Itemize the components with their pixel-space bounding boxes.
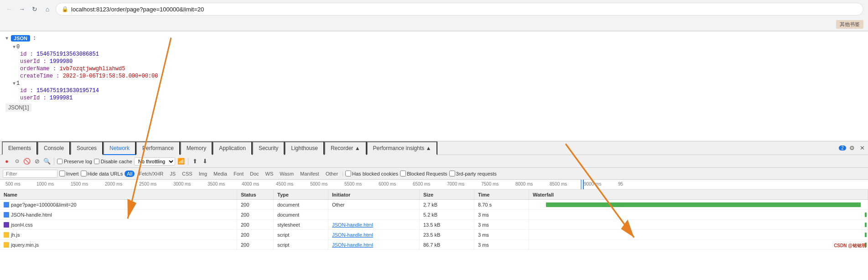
blocked-requests-checkbox[interactable]: Blocked Requests: [400, 171, 447, 176]
table-row[interactable]: page?page=100000&limit=20 200 document O…: [0, 200, 868, 210]
record-button[interactable]: ●: [3, 157, 11, 166]
tick-6500: 6500 ms: [413, 181, 430, 187]
td-type-5: script: [274, 240, 328, 249]
tab-memory[interactable]: Memory: [180, 141, 213, 155]
json-viewer: ▼ JSON : ▼ 0 id : 1546751913563086851 us…: [0, 31, 868, 141]
tab-console[interactable]: Console: [37, 141, 70, 155]
initiator-link-5[interactable]: JSON-handle.html: [332, 242, 373, 248]
json-item-0-id: id : 1546751913563086851: [20, 51, 863, 58]
tab-recorder[interactable]: Recorder ▲: [324, 141, 367, 155]
back-button[interactable]: ←: [5, 5, 14, 14]
th-status: Status: [237, 190, 274, 199]
td-waterfall-5: [529, 240, 868, 249]
hide-data-urls-checkbox[interactable]: Hide data URLs: [81, 171, 123, 176]
filter-tag-ws[interactable]: WS: [263, 171, 276, 177]
tab-elements[interactable]: Elements: [2, 141, 37, 155]
disable-cache-checkbox[interactable]: Disable cache: [94, 159, 132, 164]
td-name-1: page?page=100000&limit=20: [0, 200, 237, 209]
has-blocked-cookies-checkbox[interactable]: Has blocked cookies: [345, 171, 398, 176]
filter-tag-all[interactable]: All: [125, 171, 135, 177]
filter-button[interactable]: ⊘: [33, 157, 41, 166]
tab-security[interactable]: Security: [252, 141, 285, 155]
filter-tag-fetch[interactable]: Fetch/XHR: [136, 171, 166, 177]
tab-lighthouse[interactable]: Lighthouse: [285, 141, 324, 155]
filter-tag-media[interactable]: Media: [211, 171, 229, 177]
bookmarks-bar: 其他书签: [0, 18, 868, 31]
table-row[interactable]: jquery.min.js 200 script JSON-handle.htm…: [0, 240, 868, 250]
json-item-1-id: id : 1546751913630195714: [20, 87, 863, 94]
filter-tag-css[interactable]: CSS: [180, 171, 195, 177]
table-header: Name Status Type Initiator Size Time Wat…: [0, 190, 868, 200]
third-party-checkbox[interactable]: 3rd-party requests: [449, 171, 497, 176]
tick-7500: 7500 ms: [481, 181, 499, 187]
filter-tag-js[interactable]: JS: [167, 171, 178, 177]
settings-button[interactable]: ⚙: [848, 144, 856, 152]
tick-6000: 6000 ms: [379, 181, 396, 187]
tick-5000: 5000 ms: [310, 181, 327, 187]
td-time-4: 3 ms: [474, 230, 529, 239]
stop-button[interactable]: ⊙: [13, 157, 21, 166]
filter-tag-wasm[interactable]: Wasm: [277, 171, 296, 177]
clear-button[interactable]: 🚫: [23, 157, 31, 166]
tab-sources[interactable]: Sources: [70, 141, 103, 155]
td-initiator-3: JSON-handle.html: [328, 220, 420, 229]
filter-tag-other[interactable]: Other: [323, 171, 341, 177]
td-size-1: 2.7 kB: [420, 200, 474, 209]
css-icon: [4, 222, 9, 228]
tab-application[interactable]: Application: [213, 141, 252, 155]
filter-tag-doc[interactable]: Doc: [248, 171, 261, 177]
toggle-icon[interactable]: ▼: [5, 36, 8, 41]
tab-network[interactable]: Network: [103, 141, 136, 155]
json-item-0-createtime: createTime : 2022-10-06T19:58:58.000+00:…: [20, 73, 863, 80]
table-row[interactable]: jsonH.css 200 stylesheet JSON-handle.htm…: [0, 220, 868, 230]
bookmark-item[interactable]: 其他书签: [836, 20, 863, 29]
tab-performance[interactable]: Performance: [136, 141, 180, 155]
initiator-link-4[interactable]: JSON-handle.html: [332, 232, 373, 238]
td-status-5: 200: [237, 240, 274, 249]
td-size-2: 5.2 kB: [420, 210, 474, 219]
address-bar[interactable]: 🔒 localhost:8123/order/page?page=100000&…: [56, 3, 863, 16]
th-time: Time: [474, 190, 529, 199]
filter-tag-manifest[interactable]: Manifest: [298, 171, 322, 177]
throttle-select[interactable]: No throttling Fast 3G Slow 3G Offline: [134, 157, 175, 166]
td-initiator-2: [328, 210, 420, 219]
devtools-panel: Elements Console Sources Network Perform…: [0, 141, 868, 250]
preserve-log-checkbox[interactable]: Preserve log: [57, 159, 92, 164]
initiator-link-3[interactable]: JSON-handle.html: [332, 222, 373, 228]
js-icon-2: [4, 242, 9, 248]
json-item-1-toggle: ▼ 1: [13, 80, 863, 87]
table-row[interactable]: JSON-handle.html 200 document 5.2 kB 3 m…: [0, 210, 868, 220]
tab-performance-insights[interactable]: Performance insights ▲: [367, 141, 438, 155]
tick-2000: 2000 ms: [105, 181, 122, 187]
td-status-4: 200: [237, 230, 274, 239]
filter-tag-img[interactable]: Img: [197, 171, 209, 177]
table-row[interactable]: jh.js 200 script JSON-handle.html 23.5 k…: [0, 230, 868, 240]
timeline-marker-1: [581, 180, 582, 189]
csdn-watermark: CSDN @铭铭明: [834, 243, 866, 249]
url-text: localhost:8123/order/page?page=100000&li…: [71, 6, 204, 13]
refresh-button[interactable]: ↻: [30, 5, 39, 14]
forward-button[interactable]: →: [17, 5, 26, 14]
tick-500: 500 ms: [5, 181, 21, 187]
close-button[interactable]: ✕: [858, 144, 866, 152]
td-size-5: 86.7 kB: [420, 240, 474, 249]
th-waterfall: Waterfall: [529, 190, 868, 199]
wifi-icon[interactable]: 📶: [177, 157, 185, 166]
td-status-3: 200: [237, 220, 274, 229]
td-time-1: 8.70 s: [474, 200, 529, 209]
filter-tag-font[interactable]: Font: [231, 171, 246, 177]
invert-checkbox[interactable]: Invert: [59, 171, 79, 176]
download-button[interactable]: ⬇: [201, 157, 209, 166]
disable-cache-label: Disable cache: [101, 159, 132, 164]
filter-input[interactable]: [3, 170, 57, 178]
td-status-2: 200: [237, 210, 274, 219]
search-button[interactable]: 🔍: [43, 157, 51, 166]
td-time-2: 3 ms: [474, 210, 529, 219]
upload-button[interactable]: ⬆: [191, 157, 199, 166]
browser-chrome: ← → ↻ ⌂ 🔒 localhost:8123/order/page?page…: [0, 0, 868, 31]
td-initiator-1: Other: [328, 200, 420, 209]
file-name-2: JSON-handle.html: [11, 212, 52, 218]
timeline-bar: 500 ms 1000 ms 1500 ms 2000 ms 2500 ms 3…: [0, 180, 868, 190]
tick-2500: 2500 ms: [139, 181, 156, 187]
home-button[interactable]: ⌂: [43, 5, 52, 14]
